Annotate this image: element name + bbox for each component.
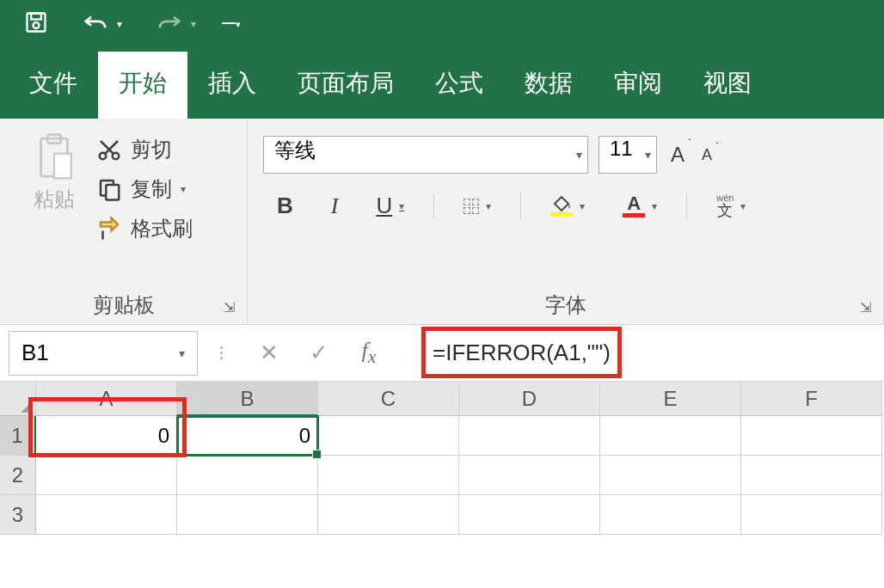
col-header-e[interactable]: E bbox=[600, 382, 741, 416]
font-name-value: 等线 bbox=[274, 138, 316, 162]
tab-view[interactable]: 视图 bbox=[683, 52, 772, 119]
cell-d1[interactable] bbox=[459, 416, 600, 456]
group-clipboard: 粘贴 剪切 复制 ▾ 格式刷 剪贴板 ⇲ bbox=[0, 119, 248, 324]
formula-bar: B1 ▾ ✕ ✓ fx =IFERROR(A1,"") bbox=[0, 325, 884, 382]
tab-formulas[interactable]: 公式 bbox=[414, 52, 504, 119]
phonetic-guide-button[interactable]: wén 文 ▾ bbox=[708, 191, 754, 222]
cell-b1[interactable]: 0 bbox=[177, 416, 318, 456]
cell-b3[interactable] bbox=[177, 495, 318, 535]
chevron-down-icon: ▾ bbox=[645, 148, 651, 162]
cell-e2[interactable] bbox=[600, 456, 741, 495]
copy-button[interactable]: 复制 ▾ bbox=[96, 175, 193, 203]
paste-label: 粘贴 bbox=[34, 186, 75, 213]
chevron-down-icon: ▾ bbox=[191, 18, 196, 30]
cell-f3[interactable] bbox=[741, 495, 882, 535]
tab-data[interactable]: 数据 bbox=[504, 52, 593, 119]
col-header-b[interactable]: B bbox=[177, 382, 318, 416]
cell-f1[interactable] bbox=[741, 416, 882, 456]
qat-customize[interactable]: ▾ bbox=[222, 19, 241, 30]
chevron-down-icon: ▾ bbox=[580, 200, 585, 212]
confirm-formula-button[interactable]: ✓ bbox=[294, 340, 344, 366]
caret-down-icon: ˇ bbox=[715, 141, 719, 151]
cell-d2[interactable] bbox=[459, 456, 600, 495]
bold-button[interactable]: B bbox=[268, 191, 302, 221]
col-header-f[interactable]: F bbox=[741, 382, 882, 416]
col-header-a[interactable]: A bbox=[36, 382, 177, 416]
group-font: 等线 ▾ 11 ▾ Aˆ Aˇ B I U ▾ bbox=[248, 119, 884, 324]
col-header-d[interactable]: D bbox=[459, 382, 600, 416]
caret-up-icon: ˆ bbox=[688, 138, 691, 148]
cell-e1[interactable] bbox=[600, 416, 741, 456]
save-button[interactable] bbox=[24, 10, 48, 38]
quick-access-toolbar: ▾ ▾ ▾ bbox=[0, 0, 884, 48]
group-clipboard-label: 剪贴板 ⇲ bbox=[15, 286, 231, 321]
redo-button[interactable]: ▾ bbox=[157, 12, 196, 36]
row-header-3[interactable]: 3 bbox=[0, 495, 36, 535]
borders-icon bbox=[463, 199, 479, 214]
cell-c1[interactable] bbox=[318, 416, 459, 456]
increase-font-button[interactable]: Aˆ bbox=[667, 138, 688, 172]
cancel-formula-button[interactable]: ✕ bbox=[244, 340, 294, 366]
italic-button[interactable]: I bbox=[322, 192, 347, 221]
cell-f2[interactable] bbox=[741, 456, 882, 495]
chevron-down-icon: ▾ bbox=[652, 200, 657, 212]
font-color-swatch bbox=[623, 213, 645, 217]
tab-layout[interactable]: 页面布局 bbox=[277, 52, 414, 119]
font-color-button[interactable]: A ▾ bbox=[614, 193, 666, 219]
cell-d3[interactable] bbox=[459, 495, 600, 535]
underline-button[interactable]: U ▾ bbox=[367, 191, 413, 221]
cell-c3[interactable] bbox=[318, 495, 459, 535]
borders-button[interactable]: ▾ bbox=[455, 197, 500, 216]
format-painter-label: 格式刷 bbox=[131, 215, 193, 242]
col-header-c[interactable]: C bbox=[318, 382, 459, 416]
tab-review[interactable]: 审阅 bbox=[593, 52, 683, 119]
svg-point-2 bbox=[34, 22, 40, 28]
redo-icon bbox=[157, 12, 182, 36]
chevron-down-icon: ▾ bbox=[117, 18, 122, 30]
spreadsheet-grid: A B C D E F 1 0 0 2 3 bbox=[0, 382, 884, 535]
undo-icon bbox=[83, 12, 108, 36]
copy-label: 复制 bbox=[131, 175, 172, 203]
undo-button[interactable]: ▾ bbox=[83, 12, 122, 36]
cell-a1[interactable]: 0 bbox=[36, 416, 177, 456]
ribbon: 粘贴 剪切 复制 ▾ 格式刷 剪贴板 ⇲ bbox=[0, 119, 884, 325]
cell-a2[interactable] bbox=[36, 456, 177, 495]
cell-c2[interactable] bbox=[318, 456, 459, 495]
dialog-launcher-icon[interactable]: ⇲ bbox=[224, 299, 235, 315]
formula-text: =IFERROR(A1,"") bbox=[421, 327, 622, 378]
svg-rect-11 bbox=[106, 185, 119, 200]
scissors-icon bbox=[96, 137, 122, 162]
cut-button[interactable]: 剪切 bbox=[96, 136, 193, 163]
group-font-label: 字体 ⇲ bbox=[263, 286, 868, 321]
cell-b2[interactable] bbox=[177, 456, 318, 495]
cut-label: 剪切 bbox=[131, 136, 172, 163]
font-size-select[interactable]: 11 ▾ bbox=[599, 136, 657, 174]
tab-insert[interactable]: 插入 bbox=[187, 52, 277, 119]
name-box[interactable]: B1 ▾ bbox=[9, 331, 198, 376]
format-painter-button[interactable]: 格式刷 bbox=[96, 215, 193, 242]
row-header-2[interactable]: 2 bbox=[0, 456, 36, 495]
ribbon-tabs: 文件 开始 插入 页面布局 公式 数据 审阅 视图 bbox=[0, 48, 884, 119]
chevron-down-icon: ▾ bbox=[486, 200, 491, 212]
font-size-value: 11 bbox=[610, 137, 633, 160]
select-all-corner[interactable] bbox=[0, 382, 36, 416]
chevron-down-icon: ▾ bbox=[399, 200, 404, 212]
fill-color-button[interactable]: ▾ bbox=[542, 193, 593, 218]
formula-input[interactable]: =IFERROR(A1,"") bbox=[394, 340, 884, 366]
tab-home[interactable]: 开始 bbox=[98, 52, 187, 119]
clipboard-icon bbox=[35, 132, 73, 181]
tab-file[interactable]: 文件 bbox=[9, 52, 98, 119]
copy-icon bbox=[96, 176, 122, 202]
insert-function-button[interactable]: fx bbox=[344, 338, 394, 368]
cell-e3[interactable] bbox=[600, 495, 741, 535]
row-header-1[interactable]: 1 bbox=[0, 416, 36, 456]
dialog-launcher-icon[interactable]: ⇲ bbox=[860, 299, 871, 315]
x-icon: ✕ bbox=[260, 340, 279, 366]
paste-button[interactable]: 粘贴 bbox=[15, 129, 93, 286]
fx-icon: fx bbox=[362, 338, 377, 368]
decrease-font-button[interactable]: Aˇ bbox=[698, 141, 715, 169]
cell-a3[interactable] bbox=[36, 495, 177, 535]
font-name-select[interactable]: 等线 ▾ bbox=[263, 136, 588, 174]
svg-rect-5 bbox=[54, 154, 71, 179]
phonetic-icon: wén 文 bbox=[716, 193, 734, 220]
